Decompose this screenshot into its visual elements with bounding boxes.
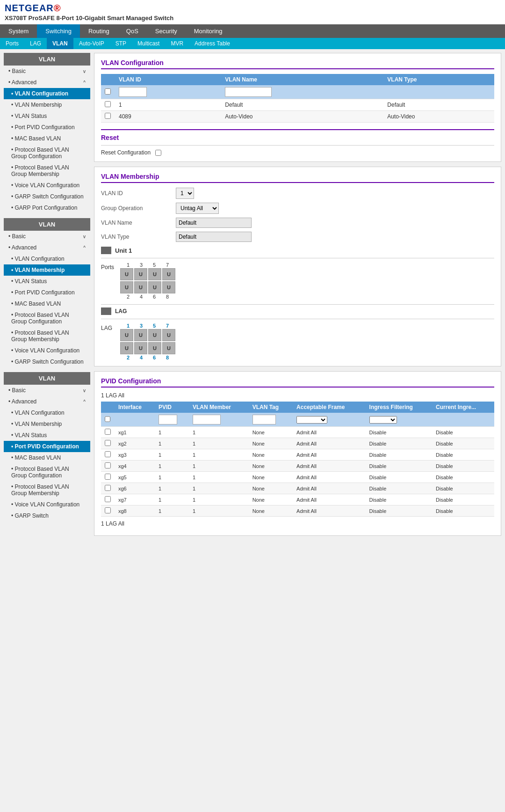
subnav-stp[interactable]: STP — [110, 38, 132, 49]
subnav-autovoip[interactable]: Auto-VoIP — [73, 38, 110, 49]
sidebar1-proto-group-membership[interactable]: • Protocol Based VLAN Group Membership — [4, 162, 90, 180]
port-4[interactable]: U — [134, 281, 147, 293]
vlan-type-field[interactable] — [176, 232, 252, 242]
sidebar3-vlan-config[interactable]: • VLAN Configuration — [4, 407, 90, 418]
row1-checkbox[interactable] — [105, 101, 111, 107]
pvid-filter-member[interactable] — [193, 415, 221, 424]
pvid-filter-ingress[interactable]: Disable Enable — [369, 416, 397, 424]
nav-system[interactable]: System — [0, 24, 37, 38]
sidebar1-vlan-status[interactable]: • VLAN Status — [4, 110, 90, 122]
pvid-row-checkbox[interactable] — [105, 451, 111, 457]
pvid-filter-pvid[interactable] — [159, 415, 177, 424]
sidebar3-garp-switch[interactable]: • GARP Switch — [4, 510, 90, 521]
select-all-checkbox[interactable] — [105, 88, 111, 95]
port-2[interactable]: U — [120, 281, 133, 293]
sidebar3-vlan-membership[interactable]: • VLAN Membership — [4, 418, 90, 430]
sidebar1-vlan-config[interactable]: • VLAN Configuration — [4, 88, 90, 99]
sidebar2-mac-vlan[interactable]: • MAC Based VLAN — [4, 298, 90, 309]
sidebar2-garp-switch[interactable]: • GARP Switch Configuration — [4, 356, 90, 367]
vlan-id-select[interactable]: 1 — [176, 188, 194, 199]
sidebar1-garp-switch[interactable]: • GARP Switch Configuration — [4, 191, 90, 202]
group-op-select[interactable]: Untag All Tag All Exclude All — [176, 203, 219, 214]
sidebar3-port-pvid[interactable]: • Port PVID Configuration — [4, 441, 90, 452]
sidebar3-proto-group-membership[interactable]: • Protocol Based VLAN Group Membership — [4, 481, 90, 499]
subnav-vlan[interactable]: VLAN — [47, 38, 73, 49]
sidebar2-proto-group-membership[interactable]: • Protocol Based VLAN Group Membership — [4, 327, 90, 345]
sidebar1-basic[interactable]: • Basic v — [4, 66, 90, 77]
pvid-row-checkbox[interactable] — [105, 496, 111, 502]
pvid-row-checkbox[interactable] — [105, 440, 111, 446]
vlan-name-input[interactable] — [225, 87, 272, 97]
nav-qos[interactable]: QoS — [118, 24, 147, 38]
pvid-row-checkbox[interactable] — [105, 429, 111, 435]
sidebar1-port-pvid[interactable]: • Port PVID Configuration — [4, 122, 90, 133]
lag-port-4[interactable]: U — [134, 342, 147, 354]
sidebar2-port-pvid[interactable]: • Port PVID Configuration — [4, 287, 90, 298]
sidebar1-mac-vlan[interactable]: • MAC Based VLAN — [4, 133, 90, 144]
subnav-lag[interactable]: LAG — [24, 38, 47, 49]
unit1-label: Unit 1 — [115, 247, 132, 254]
sidebar1-garp-port[interactable]: • GARP Port Configuration — [4, 202, 90, 213]
vlan-name-default: Default — [221, 99, 383, 111]
reset-config-checkbox[interactable] — [155, 150, 161, 156]
lag-port-8[interactable]: U — [162, 342, 175, 354]
pvid-row-checkbox[interactable] — [105, 485, 111, 491]
sidebar2-vlan-config[interactable]: • VLAN Configuration — [4, 253, 90, 264]
sidebar2-advanced[interactable]: • Advanced ^ — [4, 242, 90, 253]
sidebar3-header: VLAN — [4, 372, 90, 385]
pvid-filter-tag[interactable] — [252, 415, 276, 424]
sidebar1-voice-vlan[interactable]: • Voice VLAN Configuration — [4, 180, 90, 191]
port-3[interactable]: U — [134, 268, 147, 280]
sidebar3-voice-vlan[interactable]: • Voice VLAN Configuration — [4, 499, 90, 510]
pvid-current: Disable — [432, 483, 494, 494]
sidebar2-vlan-status[interactable]: • VLAN Status — [4, 276, 90, 287]
port-5[interactable]: U — [148, 268, 161, 280]
pvid-ingress: Disable — [366, 427, 432, 438]
header: NETGEAR® XS708T ProSAFE 8-Port 10-Gigabi… — [0, 0, 505, 24]
subnav-ports[interactable]: Ports — [0, 38, 24, 49]
vlan-config-panel: VLAN Configuration VLAN ID VLAN Name VLA… — [94, 53, 501, 162]
pvid-row-checkbox[interactable] — [105, 507, 111, 513]
row2-checkbox[interactable] — [105, 113, 111, 119]
sidebar2-proto-group-config[interactable]: • Protocol Based VLAN Group Configuratio… — [4, 309, 90, 327]
lag-port-6[interactable]: U — [148, 342, 161, 354]
subnav-address-table[interactable]: Address Table — [189, 38, 236, 49]
sidebar3-advanced[interactable]: • Advanced ^ — [4, 396, 90, 407]
nav-security[interactable]: Security — [147, 24, 186, 38]
sidebar1-advanced[interactable]: • Advanced ^ — [4, 77, 90, 88]
lag-port-1[interactable]: U — [120, 329, 133, 341]
lag-port-2[interactable]: U — [120, 342, 133, 354]
port-6[interactable]: U — [148, 281, 161, 293]
sidebar3-vlan-status[interactable]: • VLAN Status — [4, 430, 90, 441]
subnav-mvr[interactable]: MVR — [165, 38, 189, 49]
lag-port-3[interactable]: U — [134, 329, 147, 341]
lag-label: LAG — [115, 308, 127, 315]
vlan-name-field[interactable] — [176, 218, 252, 228]
sidebar3-proto-group-config[interactable]: • Protocol Based VLAN Group Configuratio… — [4, 463, 90, 481]
pvid-row-checkbox[interactable] — [105, 462, 111, 468]
pvid-select-all[interactable] — [105, 416, 110, 422]
pvid-row-checkbox[interactable] — [105, 474, 111, 480]
nav-routing[interactable]: Routing — [80, 24, 118, 38]
lag-port-7[interactable]: U — [162, 329, 175, 341]
sidebar1-proto-group-config[interactable]: • Protocol Based VLAN Group Configuratio… — [4, 144, 90, 162]
nav-switching[interactable]: Switching — [37, 24, 80, 38]
sidebar2-basic[interactable]: • Basic v — [4, 231, 90, 242]
sidebar1-vlan-membership[interactable]: • VLAN Membership — [4, 99, 90, 110]
pvid-filter-frame[interactable]: Admit All — [296, 416, 327, 424]
pvid-member: 1 — [189, 472, 249, 483]
port-7[interactable]: U — [162, 268, 175, 280]
nav-monitoring[interactable]: Monitoring — [186, 24, 231, 38]
lag-row1: U U U U — [120, 329, 176, 342]
vlan-id-input[interactable] — [119, 87, 147, 97]
port-1[interactable]: U — [120, 268, 133, 280]
port-8[interactable]: U — [162, 281, 175, 293]
sidebar2-vlan-membership[interactable]: • VLAN Membership — [4, 264, 90, 276]
sidebar3-mac-vlan[interactable]: • MAC Based VLAN — [4, 452, 90, 463]
pvid-iface: xg4 — [115, 461, 155, 472]
unit1-icon — [101, 247, 111, 254]
sidebar3-basic[interactable]: • Basic v — [4, 385, 90, 396]
subnav-multicast[interactable]: Multicast — [132, 38, 165, 49]
sidebar2-voice-vlan[interactable]: • Voice VLAN Configuration — [4, 345, 90, 356]
lag-port-5[interactable]: U — [148, 329, 161, 341]
